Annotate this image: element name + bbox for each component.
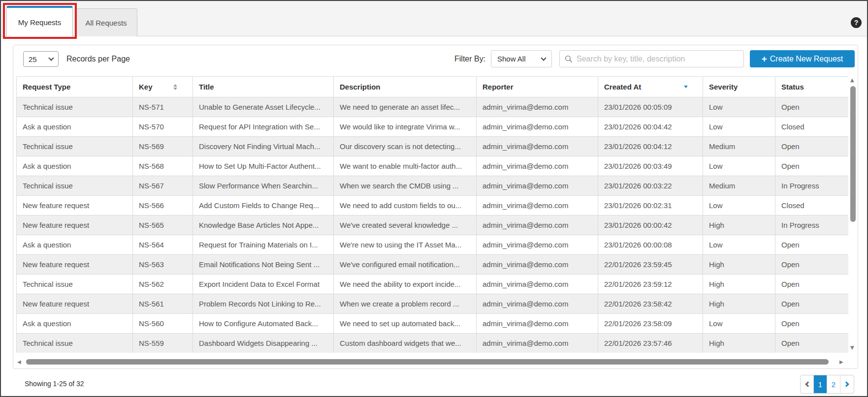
tab-my-requests[interactable]: My Requests [6,6,73,36]
cell-description: When we create a problem record ... [334,294,477,314]
column-header-severity[interactable]: Severity [703,77,775,97]
next-page-button[interactable] [840,375,854,393]
cell-description: We're new to using the IT Asset Ma... [334,235,477,255]
column-header-key[interactable]: Key [133,77,193,97]
chevron-down-icon [48,55,54,61]
cell-request-type: Technical issue [17,97,133,117]
cell-key: NS-568 [133,156,193,176]
cell-status: In Progress [775,215,849,235]
filter-by-label: Filter By: [454,55,485,63]
cell-created-at: 22/01/2026 23:58:42 [598,294,703,314]
cell-severity: Medium [703,176,775,196]
cell-status: Closed [775,117,849,137]
column-header-request-type[interactable]: Request Type [17,77,133,97]
cell-request-type: Technical issue [17,334,133,353]
sort-icon[interactable] [173,84,177,90]
column-header-status[interactable]: Status [775,77,849,97]
cell-title: Unable to Generate Asset Lifecycle... [193,97,334,117]
cell-status: Closed [775,196,849,215]
table-row[interactable]: New feature request NS-566 Add Custom Fi… [17,196,849,215]
cell-reporter: admin_virima@demo.com [477,235,598,255]
help-icon[interactable]: ? [851,17,862,28]
table-row[interactable]: Ask a question NS-570 Request for API In… [17,117,849,137]
horizontal-scrollbar[interactable]: ◀ ▶ [16,359,848,366]
table-row[interactable]: Ask a question NS-564 Request for Traini… [17,235,849,255]
scroll-left-icon[interactable]: ◀ [17,359,21,365]
table-row[interactable]: Ask a question NS-560 How to Configure A… [17,314,849,334]
table-row[interactable]: Ask a question NS-568 How to Set Up Mult… [17,156,849,176]
chevron-right-icon [843,381,849,387]
scroll-down-icon[interactable]: ▼ [850,345,854,350]
scroll-right-icon[interactable]: ▶ [839,359,843,365]
cell-severity: Low [703,196,775,215]
cell-severity: Low [703,314,775,334]
page-button-1[interactable]: 1 [814,375,827,393]
vertical-scrollbar[interactable]: ▲ ▼ [849,76,857,353]
cell-description: We've created several knowledge ... [334,215,477,235]
chevron-left-icon [805,381,810,387]
column-header-reporter[interactable]: Reporter [477,77,598,97]
table-row[interactable]: Technical issue NS-567 Slow Performance … [17,176,849,196]
cell-description: We've configured email notification... [334,255,477,275]
filter-select[interactable]: Show All [491,50,552,67]
prev-page-button[interactable] [801,375,814,393]
cell-description: When we search the CMDB using ... [334,176,477,196]
create-new-request-button[interactable]: + Create New Request [750,50,855,67]
cell-severity: Low [703,97,775,117]
cell-reporter: admin_virima@demo.com [477,275,598,294]
cell-request-type: Technical issue [17,176,133,196]
table-row[interactable]: New feature request NS-561 Problem Recor… [17,294,849,314]
cell-description: We want to enable multi-factor auth... [334,156,477,176]
cell-reporter: admin_virima@demo.com [477,334,598,353]
cell-request-type: Ask a question [17,314,133,334]
cell-key: NS-562 [133,275,193,294]
search-input[interactable] [577,55,739,63]
records-per-page-select[interactable]: 25 [23,51,59,67]
cell-key: NS-559 [133,334,193,353]
scroll-up-icon[interactable]: ▲ [850,77,854,83]
page-button-2[interactable]: 2 [827,375,840,393]
column-header-title[interactable]: Title [193,77,334,97]
cell-title: Knowledge Base Articles Not Appe... [193,215,334,235]
cell-key: NS-563 [133,255,193,275]
cell-title: Request for Training Materials on I... [193,235,334,255]
tab-all-requests[interactable]: All Requests [75,8,137,36]
cell-request-type: New feature request [17,215,133,235]
cell-key: NS-565 [133,215,193,235]
column-header-created-at[interactable]: Created At [598,77,703,97]
cell-created-at: 23/01/2026 00:03:22 [598,176,703,196]
vertical-scrollbar-thumb[interactable] [850,86,856,222]
app-window: My Requests All Requests ? 25 Records pe… [0,0,868,397]
requests-panel: 25 Records per Page Filter By: Show All … [13,45,858,369]
column-header-description[interactable]: Description [334,77,477,97]
table-row[interactable]: New feature request NS-563 Email Notific… [17,255,849,275]
cell-description: We need to generate an asset lifec... [334,97,477,117]
cell-description: Our discovery scan is not detecting... [334,137,477,156]
cell-key: NS-564 [133,235,193,255]
horizontal-scrollbar-thumb[interactable] [26,359,829,365]
sort-desc-icon[interactable] [684,86,688,88]
showing-records-text: Showing 1-25 of 32 [25,380,84,388]
search-icon [565,55,573,63]
table-row[interactable]: Technical issue NS-569 Discovery Not Fin… [17,137,849,156]
cell-description: Custom dashboard widgets that we... [334,334,477,353]
cell-status: Open [775,334,849,353]
cell-created-at: 22/01/2026 23:59:12 [598,275,703,294]
column-header-key-label: Key [139,83,153,91]
table-row[interactable]: Technical issue NS-559 Dashboard Widgets… [17,334,849,353]
table-row[interactable]: New feature request NS-565 Knowledge Bas… [17,215,849,235]
cell-created-at: 22/01/2026 23:57:46 [598,334,703,353]
table-row[interactable]: Technical issue NS-562 Export Incident D… [17,275,849,294]
cell-severity: High [703,255,775,275]
cell-status: Open [775,275,849,294]
cell-severity: Low [703,235,775,255]
cell-reporter: admin_virima@demo.com [477,255,598,275]
cell-created-at: 22/01/2026 23:59:45 [598,255,703,275]
cell-severity: Low [703,117,775,137]
cell-reporter: admin_virima@demo.com [477,196,598,215]
cell-created-at: 23/01/2026 00:04:42 [598,117,703,137]
table-row[interactable]: Technical issue NS-571 Unable to Generat… [17,97,849,117]
cell-created-at: 23/01/2026 00:00:42 [598,215,703,235]
cell-created-at: 23/01/2026 00:02:31 [598,196,703,215]
cell-reporter: admin_virima@demo.com [477,117,598,137]
